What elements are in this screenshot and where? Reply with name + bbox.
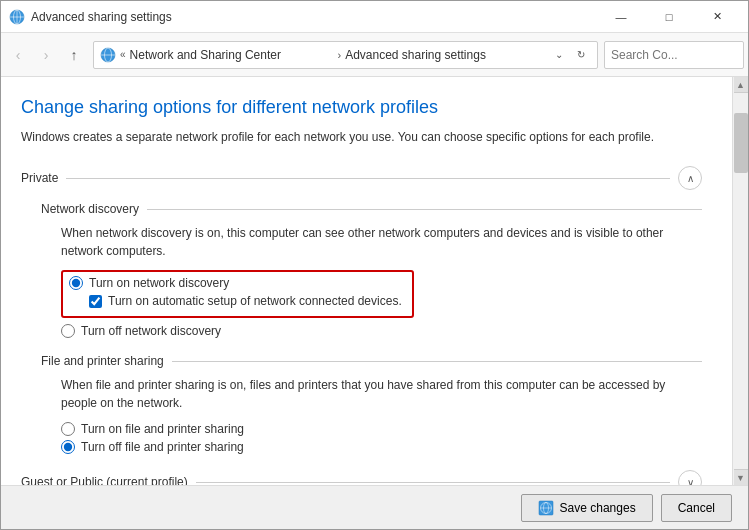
auto-setup-label: Turn on automatic setup of network conne…: [108, 294, 402, 308]
page-title: Change sharing options for different net…: [21, 97, 702, 118]
turn-on-network-discovery-radio[interactable]: [69, 276, 83, 290]
window-icon: [9, 9, 25, 25]
save-icon: [538, 500, 554, 516]
network-discovery-highlight-box: Turn on network discovery Turn on automa…: [61, 270, 414, 318]
window-title: Advanced sharing settings: [31, 10, 598, 24]
guest-public-header: Guest or Public (current profile) ∨: [21, 470, 702, 485]
cancel-button[interactable]: Cancel: [661, 494, 732, 522]
private-section-line: [66, 178, 670, 179]
private-section-header: Private ∧: [21, 166, 702, 190]
guest-public-toggle-icon: ∨: [687, 477, 694, 486]
cancel-label: Cancel: [678, 501, 715, 515]
network-discovery-line: [147, 209, 702, 210]
auto-setup-checkbox[interactable]: [89, 295, 102, 308]
private-section-toggle[interactable]: ∧: [678, 166, 702, 190]
breadcrumb-sep: ›: [337, 49, 341, 61]
search-input[interactable]: [611, 48, 749, 62]
address-globe-icon: [100, 47, 116, 63]
auto-setup-option[interactable]: Turn on automatic setup of network conne…: [89, 294, 402, 308]
address-bar: « Network and Sharing Center › Advanced …: [93, 41, 598, 69]
scrollbar-up-button[interactable]: ▲: [734, 77, 748, 93]
private-section: Private ∧ Network discovery When network…: [21, 166, 702, 454]
scrollbar-down-button[interactable]: ▼: [734, 469, 748, 485]
turn-on-network-discovery-label: Turn on network discovery: [89, 276, 229, 290]
toolbar: ‹ › ↑ « Network and Sharing Center › Adv…: [1, 33, 748, 77]
breadcrumb-advanced: Advanced sharing settings: [345, 48, 549, 62]
forward-button[interactable]: ›: [33, 42, 59, 68]
breadcrumb-network: Network and Sharing Center: [130, 48, 334, 62]
guest-public-line: [196, 482, 670, 483]
search-box: 🔍: [604, 41, 744, 69]
address-dropdown-button[interactable]: ⌄: [549, 45, 569, 65]
private-toggle-icon: ∧: [687, 173, 694, 184]
guest-public-section: Guest or Public (current profile) ∨: [21, 470, 702, 485]
network-discovery-label: Network discovery: [41, 202, 139, 216]
page-description: Windows creates a separate network profi…: [21, 128, 702, 146]
save-changes-button[interactable]: Save changes: [521, 494, 653, 522]
footer: Save changes Cancel: [1, 485, 748, 529]
up-button[interactable]: ↑: [61, 42, 87, 68]
network-discovery-desc: When network discovery is on, this compu…: [61, 224, 702, 260]
guest-public-toggle[interactable]: ∨: [678, 470, 702, 485]
turn-on-file-sharing-option[interactable]: Turn on file and printer sharing: [61, 422, 702, 436]
title-bar: Advanced sharing settings — □ ✕: [1, 1, 748, 33]
save-label: Save changes: [560, 501, 636, 515]
breadcrumb-arrows: «: [120, 49, 126, 60]
file-printer-sharing-title: File and printer sharing: [41, 354, 702, 368]
address-controls: ⌄ ↻: [549, 45, 591, 65]
scrollbar-thumb[interactable]: [734, 113, 748, 173]
turn-on-network-discovery-option[interactable]: Turn on network discovery: [69, 276, 402, 290]
back-button[interactable]: ‹: [5, 42, 31, 68]
turn-off-network-discovery-radio[interactable]: [61, 324, 75, 338]
main-window: Advanced sharing settings — □ ✕ ‹ › ↑ « …: [0, 0, 749, 530]
turn-off-file-sharing-radio[interactable]: [61, 440, 75, 454]
scrollbar-track[interactable]: ▲ ▼: [732, 77, 748, 485]
address-refresh-button[interactable]: ↻: [571, 45, 591, 65]
private-section-label: Private: [21, 171, 58, 185]
turn-on-file-sharing-label: Turn on file and printer sharing: [81, 422, 244, 436]
maximize-button[interactable]: □: [646, 1, 692, 33]
file-printer-sharing-subsection: File and printer sharing When file and p…: [41, 354, 702, 454]
file-printer-sharing-label: File and printer sharing: [41, 354, 164, 368]
turn-off-file-sharing-option[interactable]: Turn off file and printer sharing: [61, 440, 702, 454]
turn-off-file-sharing-label: Turn off file and printer sharing: [81, 440, 244, 454]
turn-off-network-discovery-label: Turn off network discovery: [81, 324, 221, 338]
turn-off-network-discovery-option[interactable]: Turn off network discovery: [61, 324, 702, 338]
window-controls: — □ ✕: [598, 1, 740, 33]
guest-public-label: Guest or Public (current profile): [21, 475, 188, 485]
content-area: Change sharing options for different net…: [1, 77, 748, 485]
close-button[interactable]: ✕: [694, 1, 740, 33]
file-printer-sharing-line: [172, 361, 702, 362]
main-content: Change sharing options for different net…: [1, 77, 732, 485]
network-discovery-title: Network discovery: [41, 202, 702, 216]
minimize-button[interactable]: —: [598, 1, 644, 33]
turn-on-file-sharing-radio[interactable]: [61, 422, 75, 436]
network-discovery-subsection: Network discovery When network discovery…: [41, 202, 702, 338]
file-printer-sharing-desc: When file and printer sharing is on, fil…: [61, 376, 702, 412]
